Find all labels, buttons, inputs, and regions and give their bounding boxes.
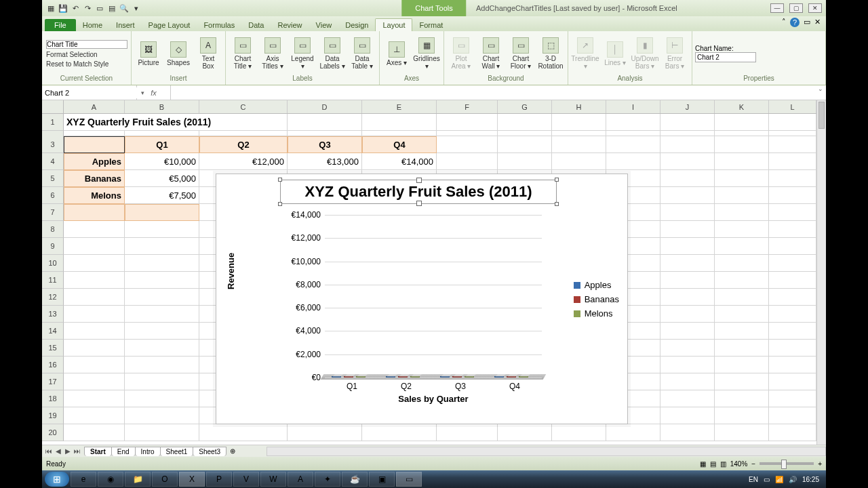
maximize-button[interactable]: ▢ xyxy=(789,3,803,13)
cell[interactable] xyxy=(660,424,715,441)
cell[interactable]: €13,000 xyxy=(288,153,362,170)
cell[interactable] xyxy=(437,131,498,136)
text-box-button[interactable]: AText Box xyxy=(194,36,222,71)
help-icon[interactable]: ? xyxy=(790,18,800,27)
cell[interactable] xyxy=(606,136,660,153)
row-header[interactable]: 8 xyxy=(42,221,64,238)
cell[interactable] xyxy=(64,131,125,136)
column-header[interactable]: E xyxy=(362,100,437,113)
cell[interactable] xyxy=(769,170,816,187)
horizontal-scrollbar[interactable] xyxy=(267,447,826,456)
row-header[interactable]: 16 xyxy=(42,357,64,373)
cell[interactable]: Q4 xyxy=(362,136,437,153)
cell[interactable] xyxy=(660,306,715,323)
cell[interactable] xyxy=(660,204,715,221)
tab-data[interactable]: Data xyxy=(241,19,271,31)
cell[interactable] xyxy=(769,357,816,373)
cell[interactable] xyxy=(715,114,769,131)
select-all-corner[interactable] xyxy=(42,100,64,114)
minimize-ribbon-icon[interactable]: ˄ xyxy=(782,18,786,27)
sheet-nav-first-icon[interactable]: ⏮ xyxy=(45,447,53,455)
cell[interactable]: Q3 xyxy=(288,136,362,153)
legend-item[interactable]: Apples xyxy=(574,280,619,290)
cell[interactable] xyxy=(125,424,199,441)
cell[interactable] xyxy=(64,306,125,323)
row-header[interactable]: 6 xyxy=(42,187,64,204)
lines-button[interactable]: │Lines ▾ xyxy=(601,40,629,68)
cell[interactable] xyxy=(715,306,769,323)
cell[interactable] xyxy=(660,255,715,272)
cell[interactable] xyxy=(125,238,199,255)
format-selection-button[interactable]: Format Selection xyxy=(45,50,129,59)
cell[interactable] xyxy=(769,114,816,131)
cell[interactable] xyxy=(769,323,816,340)
tray-clock[interactable]: 16:25 xyxy=(802,476,819,483)
tray-flag-icon[interactable]: ▭ xyxy=(764,476,770,483)
updown-bars-button[interactable]: ▮Up/Down Bars ▾ xyxy=(631,36,659,71)
close-button[interactable]: ✕ xyxy=(808,3,822,13)
sheet-tab[interactable]: Sheet1 xyxy=(160,447,194,456)
sheet-tab[interactable]: Intro xyxy=(135,447,161,456)
cell[interactable] xyxy=(769,131,816,136)
data-table-button[interactable]: ▭Data Table ▾ xyxy=(348,36,376,71)
cell[interactable] xyxy=(660,170,715,187)
cell[interactable] xyxy=(715,131,769,136)
cell[interactable] xyxy=(660,272,715,289)
redo-icon[interactable]: ↷ xyxy=(83,3,92,13)
picture-button[interactable]: 🖼Picture xyxy=(134,40,163,68)
axis-titles-button[interactable]: ▭Axis Titles ▾ xyxy=(258,36,287,71)
cell[interactable] xyxy=(769,153,816,170)
plot-area[interactable]: Q1Q2Q3Q4 €0€2,000€4,000€6,000€8,000€10,0… xyxy=(325,215,542,378)
cell[interactable] xyxy=(64,373,125,390)
cell[interactable] xyxy=(64,221,125,238)
row-header[interactable]: 15 xyxy=(42,340,64,357)
cell[interactable] xyxy=(769,272,816,289)
cell[interactable] xyxy=(660,373,715,390)
save-icon[interactable]: 💾 xyxy=(58,3,68,13)
chart-title[interactable]: XYZ Quarterly Fruit Sales (2011) xyxy=(280,180,557,204)
cell[interactable] xyxy=(288,114,362,131)
cell[interactable] xyxy=(64,323,125,340)
cell[interactable] xyxy=(715,153,769,170)
row-header[interactable]: 10 xyxy=(42,255,64,272)
taskbar-visio-icon[interactable]: V xyxy=(233,472,259,487)
view-pagebreak-icon[interactable]: ▥ xyxy=(720,460,726,468)
cell[interactable] xyxy=(64,238,125,255)
print-preview-icon[interactable]: 🔍 xyxy=(119,3,129,13)
taskbar-app3-icon[interactable]: ▣ xyxy=(369,472,395,487)
error-bars-button[interactable]: ⊢Error Bars ▾ xyxy=(660,36,689,71)
zoom-out-icon[interactable]: − xyxy=(751,460,755,468)
cell[interactable] xyxy=(64,272,125,289)
chart-wall-button[interactable]: ▭Chart Wall ▾ xyxy=(477,36,505,71)
cell[interactable] xyxy=(288,424,362,441)
sheet-nav-next-icon[interactable]: ▶ xyxy=(64,447,72,455)
view-normal-icon[interactable]: ▦ xyxy=(700,460,706,468)
cell[interactable] xyxy=(715,204,769,221)
cell[interactable]: XYZ Quarterly Fruit Sales (2011) xyxy=(64,114,288,131)
cell[interactable] xyxy=(64,407,125,424)
cell[interactable] xyxy=(606,153,660,170)
tab-home[interactable]: Home xyxy=(76,19,109,31)
cell[interactable] xyxy=(769,306,816,323)
cell[interactable] xyxy=(64,136,125,153)
row-header[interactable]: 17 xyxy=(42,373,64,390)
cell[interactable] xyxy=(715,323,769,340)
cell[interactable] xyxy=(660,114,715,131)
cell[interactable] xyxy=(125,255,199,272)
cell[interactable] xyxy=(660,289,715,306)
cell[interactable]: Q2 xyxy=(199,136,288,153)
tab-insert[interactable]: Insert xyxy=(109,19,142,31)
cell[interactable] xyxy=(125,323,199,340)
cell[interactable] xyxy=(769,136,816,153)
y-axis-label[interactable]: Revenue xyxy=(226,253,236,289)
row-header[interactable]: 18 xyxy=(42,390,64,407)
column-header[interactable]: A xyxy=(64,100,125,113)
vertical-scrollbar[interactable] xyxy=(816,100,826,445)
taskbar-app4-icon[interactable]: ▭ xyxy=(396,472,422,487)
tab-format[interactable]: Format xyxy=(412,19,450,31)
cell[interactable] xyxy=(769,204,816,221)
tab-design[interactable]: Design xyxy=(338,19,375,31)
row-header[interactable]: 11 xyxy=(42,272,64,289)
cell[interactable] xyxy=(125,221,199,238)
cell[interactable]: Bananas xyxy=(64,170,125,187)
